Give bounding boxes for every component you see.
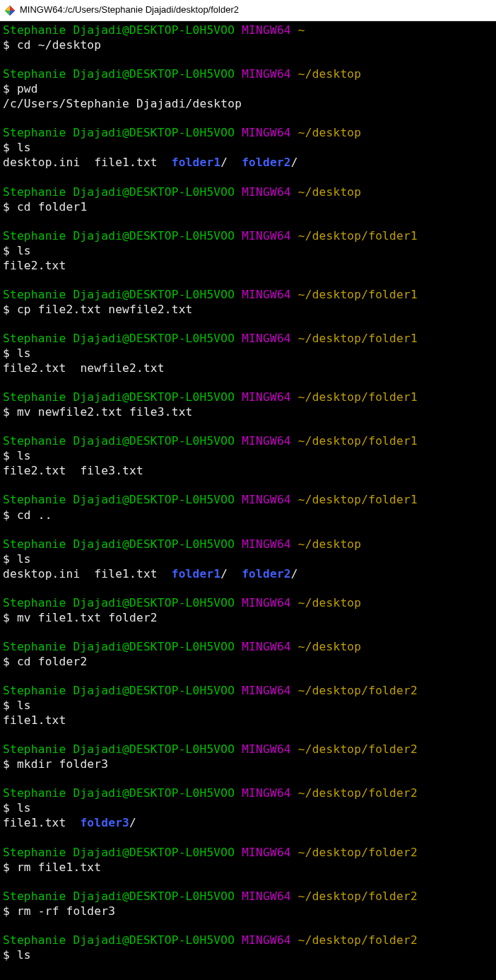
terminal-block: Stephanie Djajadi@DESKTOP-L0H5VOO MINGW6…	[3, 933, 493, 962]
command-line[interactable]: $ mkdir folder3	[3, 757, 493, 771]
output-line: file1.txt	[3, 713, 493, 728]
prompt-userhost: Stephanie Djajadi@DESKTOP-L0H5VOO	[3, 640, 235, 653]
command-line[interactable]: $ rm file1.txt	[3, 860, 493, 875]
app-icon	[4, 5, 16, 16]
prompt-dollar: $	[3, 405, 10, 419]
command-line[interactable]: $ ls	[3, 243, 493, 258]
output-text: /	[220, 567, 242, 581]
prompt-path: ~/desktop	[298, 596, 362, 609]
command-text: ls	[17, 699, 31, 712]
terminal-block: Stephanie Djajadi@DESKTOP-L0H5VOO MINGW6…	[3, 742, 493, 771]
output-text: /	[220, 156, 242, 169]
prompt-dollar: $	[3, 82, 10, 95]
output-text: desktop.ini file1.txt	[3, 567, 172, 581]
command-text: ls	[17, 801, 31, 815]
terminal-block: Stephanie Djajadi@DESKTOP-L0H5VOO MINGW6…	[3, 331, 493, 375]
terminal-block: Stephanie Djajadi@DESKTOP-L0H5VOO MINGW6…	[3, 287, 493, 317]
prompt-path: ~/desktop/folder1	[298, 288, 418, 301]
prompt-env: MINGW64	[242, 742, 291, 756]
command-text: cd folder1	[17, 200, 87, 214]
prompt-path: ~/desktop/folder2	[298, 786, 418, 800]
command-text: mv file1.txt folder2	[17, 611, 158, 624]
prompt-line: Stephanie Djajadi@DESKTOP-L0H5VOO MINGW6…	[3, 683, 493, 698]
window-title: MINGW64:/c/Users/Stephanie Djajadi/deskt…	[20, 4, 239, 16]
output-text: file2.txt newfile2.txt	[3, 361, 165, 375]
command-line[interactable]: $ rm -rf folder3	[3, 904, 493, 918]
prompt-userhost: Stephanie Djajadi@DESKTOP-L0H5VOO	[3, 684, 235, 697]
prompt-env: MINGW64	[242, 126, 291, 139]
ls-directory: folder2	[242, 567, 291, 581]
command-line[interactable]: $ cd folder1	[3, 199, 493, 214]
prompt-line: Stephanie Djajadi@DESKTOP-L0H5VOO MINGW6…	[3, 639, 493, 654]
prompt-line: Stephanie Djajadi@DESKTOP-L0H5VOO MINGW6…	[3, 889, 493, 904]
output-line: desktop.ini file1.txt folder1/ folder2/	[3, 566, 493, 581]
command-line[interactable]: $ ls	[3, 448, 493, 463]
prompt-userhost: Stephanie Djajadi@DESKTOP-L0H5VOO	[3, 537, 235, 551]
terminal-block: Stephanie Djajadi@DESKTOP-L0H5VOO MINGW6…	[3, 433, 493, 478]
command-line[interactable]: $ ls	[3, 947, 493, 962]
prompt-userhost: Stephanie Djajadi@DESKTOP-L0H5VOO	[3, 933, 235, 947]
prompt-env: MINGW64	[242, 889, 291, 903]
prompt-path: ~/desktop	[298, 640, 362, 653]
prompt-line: Stephanie Djajadi@DESKTOP-L0H5VOO MINGW6…	[3, 23, 493, 37]
command-line[interactable]: $ cp file2.txt newfile2.txt	[3, 302, 493, 317]
prompt-dollar: $	[3, 508, 10, 522]
prompt-userhost: Stephanie Djajadi@DESKTOP-L0H5VOO	[3, 185, 235, 199]
command-line[interactable]: $ mv file1.txt folder2	[3, 610, 493, 625]
prompt-line: Stephanie Djajadi@DESKTOP-L0H5VOO MINGW6…	[3, 742, 493, 757]
prompt-path: ~/desktop	[298, 185, 362, 199]
command-line[interactable]: $ cd folder2	[3, 654, 493, 669]
command-line[interactable]: $ ls	[3, 346, 493, 361]
terminal-block: Stephanie Djajadi@DESKTOP-L0H5VOO MINGW6…	[3, 390, 493, 419]
terminal-block: Stephanie Djajadi@DESKTOP-L0H5VOO MINGW6…	[3, 537, 493, 581]
prompt-line: Stephanie Djajadi@DESKTOP-L0H5VOO MINGW6…	[3, 390, 493, 404]
command-line[interactable]: $ mv newfile2.txt file3.txt	[3, 404, 493, 419]
command-text: mv newfile2.txt file3.txt	[17, 405, 193, 419]
prompt-path: ~/desktop/folder1	[298, 390, 418, 404]
output-text: file2.txt	[3, 259, 66, 272]
prompt-env: MINGW64	[242, 434, 291, 448]
command-text: rm -rf folder3	[17, 904, 115, 918]
command-line[interactable]: $ ls	[3, 800, 493, 815]
command-text: ls	[17, 244, 31, 257]
command-text: cd folder2	[17, 655, 87, 668]
command-line[interactable]: $ ls	[3, 698, 493, 713]
prompt-userhost: Stephanie Djajadi@DESKTOP-L0H5VOO	[3, 846, 235, 859]
prompt-env: MINGW64	[242, 493, 291, 506]
prompt-dollar: $	[3, 904, 10, 918]
command-text: ls	[17, 141, 31, 154]
prompt-path: ~/desktop/folder1	[298, 332, 418, 345]
prompt-line: Stephanie Djajadi@DESKTOP-L0H5VOO MINGW6…	[3, 786, 493, 800]
prompt-dollar: $	[3, 38, 10, 52]
prompt-dollar: $	[3, 303, 10, 316]
command-text: ls	[17, 346, 31, 360]
prompt-path: ~/desktop/folder1	[298, 493, 418, 506]
prompt-path: ~/desktop/folder2	[298, 846, 418, 859]
prompt-env: MINGW64	[242, 846, 291, 859]
prompt-dollar: $	[3, 801, 10, 815]
command-text: ls	[17, 552, 31, 566]
command-text: cd ~/desktop	[17, 38, 101, 52]
prompt-dollar: $	[3, 699, 10, 712]
prompt-dollar: $	[3, 611, 10, 624]
output-text: /c/Users/Stephanie Djajadi/desktop	[3, 97, 242, 110]
prompt-path: ~/desktop/folder1	[298, 434, 418, 448]
prompt-dollar: $	[3, 200, 10, 214]
output-text: /	[129, 816, 136, 829]
terminal-area[interactable]: Stephanie Djajadi@DESKTOP-L0H5VOO MINGW6…	[0, 21, 496, 964]
output-line: file2.txt newfile2.txt	[3, 361, 493, 375]
output-text: /	[291, 156, 298, 169]
command-line[interactable]: $ ls	[3, 140, 493, 155]
command-line[interactable]: $ cd ~/desktop	[3, 37, 493, 52]
prompt-dollar: $	[3, 346, 10, 360]
output-text: file2.txt file3.txt	[3, 464, 143, 477]
prompt-path: ~/desktop/folder2	[298, 742, 418, 756]
prompt-userhost: Stephanie Djajadi@DESKTOP-L0H5VOO	[3, 786, 235, 800]
command-line[interactable]: $ cd ..	[3, 508, 493, 523]
prompt-line: Stephanie Djajadi@DESKTOP-L0H5VOO MINGW6…	[3, 185, 493, 199]
command-line[interactable]: $ ls	[3, 552, 493, 566]
command-line[interactable]: $ pwd	[3, 81, 493, 96]
output-line: /c/Users/Stephanie Djajadi/desktop	[3, 96, 493, 111]
window-titlebar[interactable]: MINGW64:/c/Users/Stephanie Djajadi/deskt…	[0, 0, 496, 21]
output-line: file2.txt	[3, 258, 493, 273]
